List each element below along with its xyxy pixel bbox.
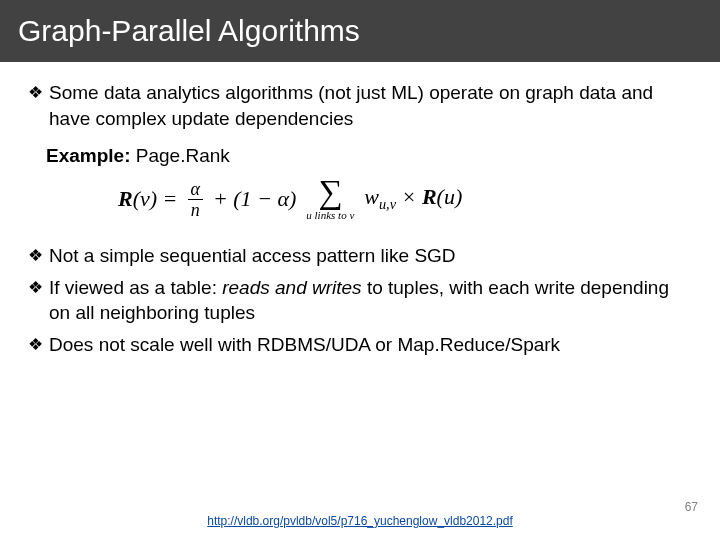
example-label-rest: Page.Rank [130, 145, 229, 166]
formula-w-sub: u,v [379, 197, 396, 213]
bullet-4: ❖ Does not scale well with RDBMS/UDA or … [28, 332, 692, 358]
formula-R-rhs: R [422, 184, 437, 209]
b3-em: reads and writes [222, 277, 361, 298]
citation-link[interactable]: http://vldb.org/pvldb/vol5/p716_yuchengl… [207, 514, 513, 528]
formula-plus: + (1 − α) [213, 186, 296, 212]
bullet-text: Not a simple sequential access pattern l… [49, 243, 692, 269]
bullet-text: Does not scale well with RDBMS/UDA or Ma… [49, 332, 692, 358]
frac-den: n [188, 199, 203, 219]
bullet-2: ❖ Not a simple sequential access pattern… [28, 243, 692, 269]
bullet-icon: ❖ [28, 275, 43, 301]
slide-title: Graph-Parallel Algorithms [0, 0, 720, 62]
sigma-icon: ∑ [318, 177, 342, 208]
bullet-icon: ❖ [28, 332, 43, 358]
formula-u: (u) [437, 184, 463, 209]
formula-times: × [396, 184, 422, 209]
bullet-text: If viewed as a table: reads and writes t… [49, 275, 692, 326]
formula-R-lhs: R [118, 186, 133, 211]
bullet-1: ❖ Some data analytics algorithms (not ju… [28, 80, 692, 131]
bullet-3: ❖ If viewed as a table: reads and writes… [28, 275, 692, 326]
sigma-sub: u links to v [306, 210, 354, 221]
page-number: 67 [685, 500, 698, 514]
formula-w: w [364, 184, 379, 209]
summation: ∑ u links to v [306, 177, 354, 221]
b3-pre: If viewed as a table: [49, 277, 222, 298]
bullet-text: Some data analytics algorithms (not just… [49, 80, 692, 131]
frac-num: α [187, 180, 202, 199]
formula-frac-alpha-n: α n [187, 180, 202, 219]
formula-v: (v) = [133, 186, 178, 211]
pagerank-formula: R(v) = α n + (1 − α) ∑ u links to v wu,v… [118, 177, 692, 221]
bullet-icon: ❖ [28, 80, 43, 106]
formula-w-term: wu,v × R(u) [364, 184, 462, 213]
example-label: Example: Page.Rank [46, 145, 692, 167]
slide-body: ❖ Some data analytics algorithms (not ju… [0, 62, 720, 357]
example-label-bold: Example: [46, 145, 130, 166]
footer-citation: http://vldb.org/pvldb/vol5/p716_yuchengl… [0, 514, 720, 528]
bullet-icon: ❖ [28, 243, 43, 269]
